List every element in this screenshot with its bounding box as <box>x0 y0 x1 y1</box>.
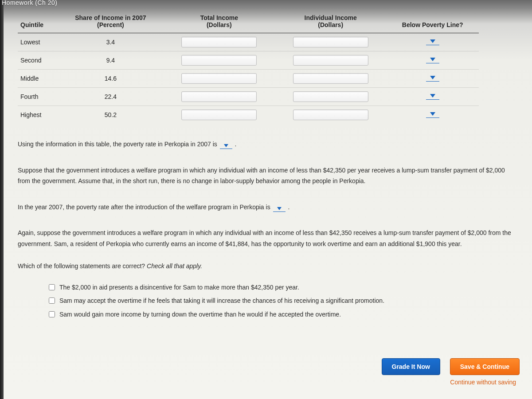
individual-income-input-1[interactable] <box>293 55 368 66</box>
checkbox-label: Sam may accept the overtime if he feels … <box>59 297 384 304</box>
checkbox-2[interactable] <box>49 311 55 317</box>
cell-share: 50.2 <box>58 106 164 124</box>
cell-individual <box>275 88 386 106</box>
individual-income-input-2[interactable] <box>293 73 368 84</box>
th-individual: Individual Income (Dollars) <box>275 12 386 33</box>
table-row: Highest50.2 <box>18 106 479 124</box>
cell-share: 22.4 <box>58 88 164 106</box>
total-income-input-2[interactable] <box>181 73 257 84</box>
cell-total <box>164 51 275 70</box>
chevron-down-icon <box>224 144 228 147</box>
cell-total <box>164 106 275 124</box>
individual-income-input-0[interactable] <box>293 37 368 47</box>
table-body: Lowest3.4Second9.4Middle14.6Fourth22.4Hi… <box>18 33 479 124</box>
cell-individual <box>275 51 386 70</box>
save-continue-button[interactable]: Save & Continue <box>450 358 520 375</box>
cell-total <box>164 33 275 51</box>
cell-quintile: Fourth <box>18 88 58 106</box>
cell-total <box>164 88 275 106</box>
checkbox-option-2[interactable]: Sam would gain more income by turning do… <box>49 308 520 321</box>
continue-without-saving-link[interactable]: Continue without saving <box>374 379 520 386</box>
poverty-rate-2-dropdown[interactable] <box>273 206 286 212</box>
chevron-down-icon <box>430 94 435 98</box>
cell-individual <box>275 106 386 124</box>
scenario-2-text: Again, suppose the government introduces… <box>18 227 515 249</box>
th-share: Share of Income in 2007 (Percent) <box>58 12 164 33</box>
th-total: Total Income (Dollars) <box>164 12 275 33</box>
window-left-edge <box>0 0 4 399</box>
question-2: In the year 2007, the poverty rate after… <box>18 202 515 213</box>
below-poverty-dropdown-2[interactable] <box>426 74 439 82</box>
cell-quintile: Lowest <box>18 33 58 51</box>
cell-poverty <box>386 106 479 124</box>
cell-total <box>164 70 275 88</box>
footer-buttons: Grade It Now Save & Continue Continue wi… <box>374 358 520 386</box>
chevron-down-icon <box>430 58 435 61</box>
cell-quintile: Highest <box>18 106 58 124</box>
cell-poverty <box>386 33 479 51</box>
below-poverty-dropdown-0[interactable] <box>426 37 439 45</box>
cell-poverty <box>386 88 479 106</box>
table-row: Lowest3.4 <box>18 33 479 51</box>
scenario-1-text: Suppose that the government introduces a… <box>18 165 515 187</box>
chevron-down-icon <box>430 76 435 79</box>
checkbox-option-0[interactable]: The $2,000 in aid presents a disincentiv… <box>49 281 520 294</box>
total-income-input-1[interactable] <box>181 55 257 66</box>
poverty-rate-1-dropdown[interactable] <box>220 143 232 149</box>
breadcrumb: Homework (Ch 20) <box>2 0 57 6</box>
total-income-input-3[interactable] <box>181 91 257 102</box>
table-row: Second9.4 <box>18 51 479 70</box>
individual-income-input-3[interactable] <box>293 91 368 102</box>
cell-individual <box>275 33 386 51</box>
th-poverty: Below Poverty Line? <box>386 12 479 33</box>
th-quintile: Quintile <box>18 12 58 33</box>
individual-income-input-4[interactable] <box>293 110 368 120</box>
table-row: Middle14.6 <box>18 70 479 88</box>
cell-share: 3.4 <box>58 33 164 51</box>
total-income-input-0[interactable] <box>181 37 257 47</box>
cell-quintile: Second <box>18 51 58 70</box>
checkbox-option-1[interactable]: Sam may accept the overtime if he feels … <box>49 294 520 308</box>
cell-share: 14.6 <box>58 70 164 88</box>
checkbox-label: The $2,000 in aid presents a disincentiv… <box>59 284 299 291</box>
income-table: Quintile Share of Income in 2007 (Percen… <box>18 12 479 124</box>
checkbox-1[interactable] <box>49 297 55 304</box>
cell-individual <box>275 70 386 88</box>
cell-poverty <box>386 70 479 88</box>
cell-poverty <box>386 51 479 70</box>
table-row: Fourth22.4 <box>18 88 479 106</box>
checkbox-label: Sam would gain more income by turning do… <box>59 311 341 318</box>
below-poverty-dropdown-4[interactable] <box>426 110 439 118</box>
cell-quintile: Middle <box>18 70 58 88</box>
grade-it-now-button[interactable]: Grade It Now <box>382 358 440 375</box>
cell-share: 9.4 <box>58 51 164 70</box>
question-1: Using the information in this table, the… <box>18 139 515 150</box>
question-content: Quintile Share of Income in 2007 (Percen… <box>0 0 532 330</box>
chevron-down-icon <box>277 207 282 210</box>
below-poverty-dropdown-1[interactable] <box>426 55 439 63</box>
chevron-down-icon <box>430 112 435 116</box>
checkbox-0[interactable] <box>49 284 55 290</box>
checkbox-group: The $2,000 in aid presents a disincentiv… <box>49 281 520 321</box>
question-3-stem: Which of the following statements are co… <box>18 261 515 272</box>
below-poverty-dropdown-3[interactable] <box>426 92 439 100</box>
total-income-input-4[interactable] <box>181 110 257 120</box>
chevron-down-icon <box>430 39 435 43</box>
